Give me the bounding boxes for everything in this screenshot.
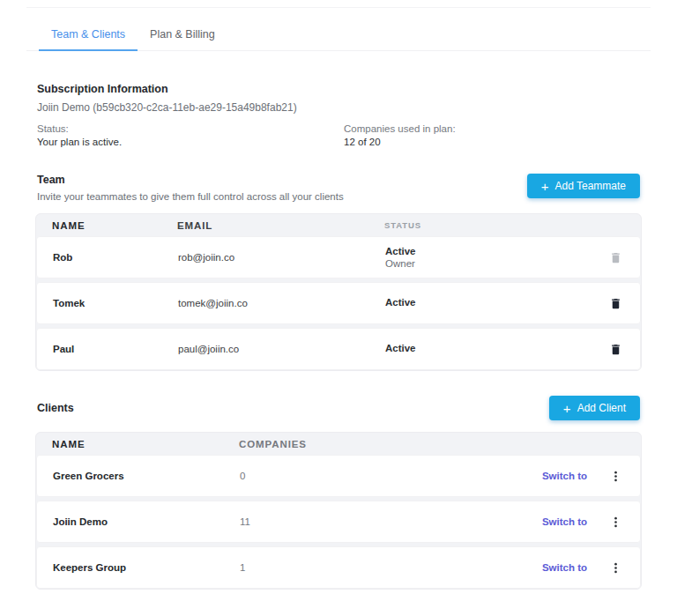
teammate-status: Active — [385, 343, 589, 355]
team-table-header: NAME EMAIL STATUS — [36, 214, 641, 236]
delete-teammate-button[interactable] — [607, 340, 624, 359]
teammate-status-value: Active — [385, 343, 589, 353]
delete-teammate-button[interactable] — [607, 294, 624, 313]
client-menu-button[interactable] — [607, 559, 624, 577]
clients-title: Clients — [37, 402, 74, 414]
plus-icon: + — [541, 180, 549, 193]
teammate-status: Active — [385, 297, 589, 309]
teammate-role: Owner — [385, 258, 589, 269]
team-title: Team — [37, 174, 344, 186]
switch-to-link[interactable]: Switch to — [518, 516, 587, 527]
subscription-account-id: Joiin Demo (b59cb320-c2ca-11eb-ae29-15a4… — [37, 101, 640, 114]
teammate-actions — [589, 249, 624, 267]
delete-teammate-button[interactable] — [607, 249, 624, 267]
settings-page: Team & Clients Plan & Billing Subscripti… — [0, 7, 677, 590]
client-actions — [587, 513, 624, 531]
switch-to-link[interactable]: Switch to — [518, 562, 587, 573]
add-client-button[interactable]: + Add Client — [549, 396, 640, 420]
teammate-actions — [589, 340, 624, 359]
team-table-row: Tomek tomek@joiin.co Active — [36, 282, 641, 324]
client-actions — [587, 559, 624, 577]
team-col-email: EMAIL — [177, 220, 384, 231]
teammate-status: Active Owner — [385, 246, 589, 269]
teammate-email: paul@joiin.co — [178, 344, 385, 354]
teammate-name: Tomek — [53, 298, 178, 308]
clients-table: NAME COMPANIES Green Grocers 0 Switch to… — [35, 432, 642, 590]
clients-col-companies: COMPANIES — [239, 439, 519, 449]
client-name: Joiin Demo — [53, 516, 240, 527]
teammate-actions — [589, 294, 624, 313]
tab-plan-billing[interactable]: Plan & Billing — [138, 20, 227, 50]
client-companies-count: 11 — [240, 516, 518, 527]
clients-table-header: NAME COMPANIES — [36, 433, 641, 455]
add-client-label: Add Client — [577, 402, 626, 414]
team-col-status: STATUS — [384, 220, 590, 230]
client-menu-button[interactable] — [607, 467, 624, 486]
subscription-section: Subscription Information Joiin Demo (b59… — [26, 83, 651, 147]
client-table-row: Green Grocers 0 Switch to — [36, 455, 641, 497]
trash-icon — [609, 250, 622, 265]
trash-icon — [609, 342, 622, 357]
client-name: Keepers Group — [53, 562, 240, 573]
client-companies-count: 1 — [240, 562, 518, 573]
teammate-email: tomek@joiin.co — [178, 298, 385, 308]
companies-block: Companies used in plan: 12 of 20 — [344, 123, 456, 147]
teammate-name: Rob — [53, 252, 178, 263]
add-teammate-label: Add Teammate — [555, 180, 627, 192]
status-value: Your plan is active. — [37, 137, 344, 147]
tab-team-clients[interactable]: Team & Clients — [39, 20, 138, 50]
teammate-status-value: Active — [385, 297, 589, 308]
subscription-title: Subscription Information — [37, 83, 640, 95]
status-block: Status: Your plan is active. — [37, 123, 344, 147]
client-menu-button[interactable] — [607, 513, 624, 531]
client-companies-count: 0 — [240, 471, 518, 481]
subscription-meta-row: Status: Your plan is active. Companies u… — [37, 123, 640, 147]
tab-bar: Team & Clients Plan & Billing — [26, 8, 651, 51]
client-name: Green Grocers — [53, 471, 240, 481]
plus-icon: + — [563, 402, 571, 415]
team-table: NAME EMAIL STATUS Rob rob@joiin.co Activ… — [35, 213, 642, 371]
client-table-row: Joiin Demo 11 Switch to — [36, 501, 641, 543]
clients-section-header: Clients + Add Client — [26, 396, 651, 420]
clients-table-body: Green Grocers 0 Switch to Joiin Demo 11 … — [36, 455, 641, 589]
companies-value: 12 of 20 — [344, 137, 456, 147]
teammate-status-value: Active — [385, 246, 589, 256]
team-heading-block: Team Invite your teammates to give them … — [37, 174, 344, 202]
client-actions — [587, 467, 624, 486]
kebab-menu-icon — [609, 469, 622, 484]
team-section-header: Team Invite your teammates to give them … — [26, 174, 651, 202]
team-col-name: NAME — [52, 220, 177, 231]
companies-label: Companies used in plan: — [344, 123, 456, 134]
trash-icon — [609, 296, 622, 311]
team-subtitle: Invite your teammates to give them full … — [37, 191, 344, 202]
client-table-row: Keepers Group 1 Switch to — [36, 546, 641, 589]
team-table-body: Rob rob@joiin.co Active Owner Tomek tome… — [36, 236, 641, 370]
team-table-row: Rob rob@joiin.co Active Owner — [36, 236, 641, 278]
team-table-row: Paul paul@joiin.co Active — [36, 328, 641, 370]
kebab-menu-icon — [609, 515, 622, 530]
clients-col-name: NAME — [52, 439, 239, 449]
status-label: Status: — [37, 123, 344, 134]
add-teammate-button[interactable]: + Add Teammate — [527, 174, 640, 198]
teammate-name: Paul — [53, 344, 178, 354]
teammate-email: rob@joiin.co — [178, 252, 385, 263]
switch-to-link[interactable]: Switch to — [518, 471, 587, 481]
kebab-menu-icon — [609, 560, 622, 575]
